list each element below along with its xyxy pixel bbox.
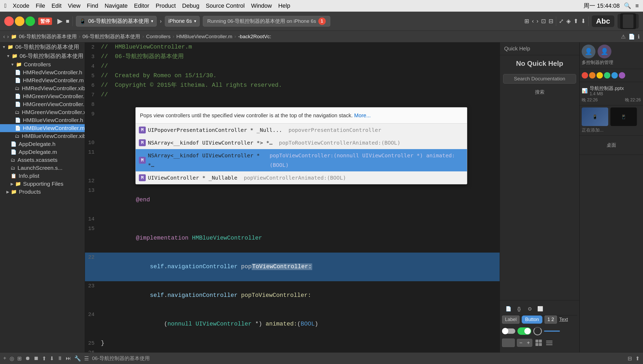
sidebar-item-hmgreen-m[interactable]: 📄 HMGreenViewController.m <box>0 100 85 108</box>
menu-help[interactable]: Help <box>278 2 290 9</box>
version-control[interactable]: ⤢ <box>559 18 564 25</box>
color-yellow[interactable] <box>597 72 603 79</box>
breadcrumb-project[interactable]: 06-导航控制器的基本使用 <box>19 33 76 40</box>
breadcrumb-group[interactable]: 06-导航控制器的基本使用 <box>83 33 140 40</box>
breadcrumb-file[interactable]: HMBlueViewController.m <box>176 34 232 40</box>
device-selector[interactable]: iPhone 6s ▾ <box>165 16 200 27</box>
color-blue[interactable] <box>611 72 618 79</box>
sidebar-item-assets[interactable]: 🗂 Assets.xcassets <box>0 156 85 164</box>
forward-nav[interactable]: › <box>537 18 538 25</box>
sidebar-item-hmred-h[interactable]: 📄 HMRedViewController.h <box>0 68 85 76</box>
autocomplete-popup[interactable]: Pops view controllers until the specifie… <box>135 107 467 184</box>
autocomplete-item-1[interactable]: M UIPopoverPresentationController * _Nul… <box>136 124 467 136</box>
expand-icon[interactable]: ⬆ <box>635 355 640 362</box>
target-icon-btn[interactable]: ⊙ <box>525 305 534 313</box>
skip-icon[interactable]: ⏭ <box>66 355 71 361</box>
autocomplete-item-4[interactable]: M UIViewController * _Nullable popViewCo… <box>136 171 467 184</box>
menu-editor[interactable]: Editor <box>134 2 149 9</box>
sidebar-item-controllers[interactable]: ▼ 📁 Controllers <box>0 60 85 68</box>
menu-debug[interactable]: Debug <box>182 2 199 9</box>
file-icon-btn[interactable]: 📄 <box>504 305 513 313</box>
thumbnail-2[interactable]: 📱 <box>610 107 637 126</box>
menu-edit[interactable]: Edit <box>52 2 62 9</box>
step-minus[interactable]: − <box>517 339 525 346</box>
sidebar-item-hmgreen-h[interactable]: 📄 HMGreenViewController.h <box>0 92 85 100</box>
sidebar-item-hmgreen-xib[interactable]: 🗂 HMGreenViewController.xib <box>0 108 85 116</box>
menu-window[interactable]: Window <box>251 2 272 9</box>
pptx-file[interactable]: 📊 导航控制器.pptx 1.4 MB <box>582 84 641 97</box>
thumbnail-1[interactable]: 📱 <box>582 107 608 126</box>
sidebar-item-infoplist[interactable]: 📋 Info.plist <box>0 172 85 180</box>
play-button[interactable]: ▶ <box>57 17 63 25</box>
menu-navigate[interactable]: Navigate <box>105 2 128 9</box>
panel-icon[interactable]: ⊟ <box>628 355 632 362</box>
sidebar-item-group[interactable]: ▼ 📁 06-导航控制器的基本使用 <box>0 51 85 60</box>
json-icon-btn[interactable]: {} <box>515 305 523 313</box>
sort-icon[interactable]: ⊞ <box>17 355 22 362</box>
sidebar-item-appdelegate-h[interactable]: 📄 AppDelegate.h <box>0 140 85 148</box>
sidebar-item-appdelegate-m[interactable]: 📄 AppDelegate.m <box>0 148 85 156</box>
minimize-button[interactable] <box>15 16 24 26</box>
square-icon-btn[interactable]: ⬜ <box>536 305 545 313</box>
breadcrumb-method[interactable]: -back2RootVc: <box>238 34 271 40</box>
menu-view[interactable]: View <box>68 2 80 9</box>
maximize-button[interactable] <box>25 16 35 26</box>
color-green[interactable] <box>604 72 610 79</box>
code-editor[interactable]: 2 // HMBlueViewController.m 3 // 06-导航控制… <box>85 42 500 352</box>
assistant-toggle[interactable]: ⊟ <box>548 18 553 25</box>
color-purple[interactable] <box>619 72 625 79</box>
debug-icon[interactable]: 🔧 <box>74 355 81 362</box>
color-orange[interactable] <box>589 72 595 79</box>
navigator-toggle[interactable]: ⊞ <box>524 18 529 25</box>
breadcrumb-controllers[interactable]: Controllers <box>146 34 170 40</box>
stop-record-icon[interactable]: ⏹ <box>33 355 39 361</box>
search-documentation-button[interactable]: Search Documentation <box>503 74 576 84</box>
sidebar-item-hmblue-h[interactable]: 📄 HMBlueViewController.h <box>0 116 85 124</box>
sidebar-item-project-root[interactable]: ▼ 📁 06-导航控制器的基本使用 <box>0 42 85 51</box>
close-button[interactable] <box>4 16 14 26</box>
text-widget[interactable]: Text <box>559 317 568 322</box>
doc-icon[interactable]: 📄 <box>628 33 635 40</box>
record-icon[interactable]: ⏺ <box>25 355 30 361</box>
autocomplete-item-3[interactable]: M NSArray<__kindof UIViewController * *…… <box>136 149 467 171</box>
sidebar-item-hmred-m[interactable]: 📄 HMRedViewController.m <box>0 76 85 84</box>
menu-product[interactable]: Product <box>156 2 176 9</box>
menu-file[interactable]: File <box>36 2 45 9</box>
menu-source-control[interactable]: Source Control <box>206 2 245 9</box>
breadcrumb-back[interactable]: ‹ <box>3 33 5 40</box>
list-icon[interactable]: ☰ <box>84 355 89 362</box>
info-icon[interactable]: ℹ <box>638 33 640 40</box>
menu-find[interactable]: Find <box>87 2 98 9</box>
layout-toggle[interactable]: ⊡ <box>541 18 546 25</box>
sidebar-item-hmred-xib[interactable]: 🗂 HMRedViewController.xib <box>0 84 85 92</box>
sidebar-item-launchscreen[interactable]: 🗂 LaunchScreen.s... <box>0 164 85 172</box>
more-link[interactable]: More... <box>354 112 371 118</box>
label-widget[interactable]: Label <box>502 315 520 324</box>
step-plus[interactable]: + <box>525 339 532 346</box>
menu-xcode[interactable]: Xcode <box>13 2 29 9</box>
stepper-widget[interactable]: − + <box>517 339 532 347</box>
button-widget[interactable]: Button <box>522 315 542 324</box>
pause-icon[interactable]: ⏸ <box>57 355 63 361</box>
sidebar-item-hmblue-m[interactable]: 📄 HMBlueViewController.m <box>0 124 85 132</box>
slider-widget[interactable] <box>502 328 515 334</box>
color-red[interactable] <box>582 72 588 79</box>
grid-widget[interactable] <box>534 339 543 347</box>
breadcrumb-forward[interactable]: › <box>7 33 9 40</box>
scheme-selector[interactable]: 📱 06-导航控制器的基本使用 ▾ <box>76 16 157 27</box>
search-icon[interactable]: 🔍 <box>624 2 631 9</box>
menu-icon[interactable]: ≡ <box>635 2 639 9</box>
breakpoint-toggle[interactable]: ◈ <box>566 18 571 25</box>
sidebar-item-supporting[interactable]: ▶ 📁 Supporting Files <box>0 180 85 188</box>
autocomplete-item-2[interactable]: M NSArray<__kindof UIViewController *> *… <box>136 136 467 149</box>
prev-icon[interactable]: ⬆ <box>42 355 46 362</box>
toggle-widget[interactable] <box>517 327 531 335</box>
list-widget[interactable] <box>545 339 554 347</box>
sidebar-item-products[interactable]: ▶ 📁 Products <box>0 188 85 196</box>
stop-button[interactable]: ■ <box>66 18 69 25</box>
filter-icon[interactable]: ◎ <box>10 355 14 362</box>
utility-toggle[interactable]: ⬇ <box>581 18 586 25</box>
apple-menu[interactable]:  <box>4 2 6 9</box>
sidebar-item-hmblue-xib[interactable]: 🗂 HMBlueViewController.xib <box>0 132 85 140</box>
back-nav[interactable]: ‹ <box>532 18 534 25</box>
